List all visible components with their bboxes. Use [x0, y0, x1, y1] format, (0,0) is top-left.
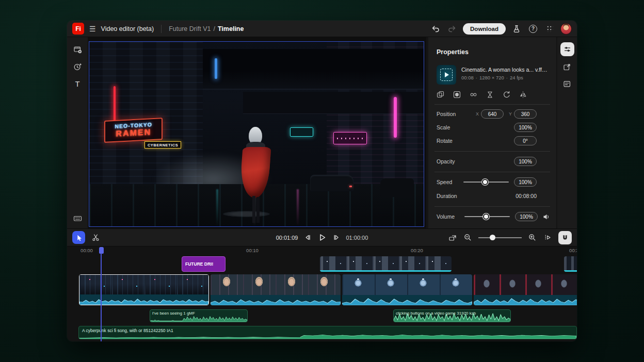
clip-duration: 00:08 — [461, 75, 474, 80]
position-row: Position X 640 Y 360 — [437, 109, 550, 119]
opacity-input[interactable]: 100% — [514, 157, 537, 166]
properties-tab-icon[interactable] — [560, 42, 574, 56]
viewer-area: NEO-TOKYO RAMEN CYBERNETICS — [88, 37, 426, 228]
breadcrumb: Future Drift V1 / Timeline — [169, 25, 244, 32]
preview-car — [380, 178, 414, 197]
position-x-input[interactable]: 640 — [481, 109, 504, 119]
main-area: T — [67, 37, 577, 228]
text-tool-icon[interactable]: T — [72, 78, 83, 89]
duration-row: Duration 00:08:00 — [437, 191, 550, 201]
breadcrumb-project[interactable]: Future Drift V1 — [169, 25, 211, 32]
panel-divider — [434, 206, 550, 207]
previous-frame-icon[interactable] — [303, 233, 313, 242]
right-panel-rail — [557, 37, 577, 228]
rotate-row: Rotate 0° — [437, 136, 550, 146]
volume-slider[interactable] — [464, 213, 510, 220]
undo-icon[interactable] — [430, 23, 441, 35]
topbar-divider — [161, 25, 162, 33]
ruler-tick: 00:20 — [411, 248, 423, 253]
scale-input[interactable]: 100% — [514, 123, 537, 132]
apps-grid-icon[interactable] — [544, 23, 555, 35]
scale-row: Scale 100% — [437, 122, 550, 133]
avatar[interactable] — [560, 23, 572, 35]
beaker-icon[interactable] — [511, 23, 522, 35]
video-clip-waveform — [474, 295, 577, 305]
volume-input[interactable]: 100% — [515, 212, 538, 221]
preview-cybernetics-sign: CYBERNETICS — [144, 141, 181, 149]
speed-input[interactable]: 100% — [514, 177, 537, 187]
music-clip[interactable]: A cyberpunk sci fi song, with or 8512422… — [78, 326, 577, 339]
timeline-zoom-slider[interactable] — [478, 235, 522, 241]
ruler-tick: 00:00 — [81, 248, 93, 253]
speed-slider[interactable] — [463, 179, 509, 185]
opacity-label: Opacity — [437, 158, 455, 164]
generate-clock-icon[interactable] — [72, 61, 83, 72]
sign-ramen: RAMEN — [108, 127, 158, 139]
opacity-row: Opacity 100% — [437, 156, 550, 167]
hourglass-icon[interactable] — [485, 90, 494, 99]
menu-icon[interactable]: ☰ — [89, 25, 96, 32]
zoom-in-icon[interactable] — [527, 233, 537, 242]
help-icon[interactable]: ? — [527, 23, 539, 35]
rotate-icon[interactable] — [502, 90, 511, 99]
redo-icon[interactable] — [446, 23, 458, 35]
preview-caped-figure — [240, 127, 272, 223]
next-frame-icon[interactable] — [332, 233, 342, 242]
title-clip[interactable]: FUTURE DRI! — [182, 256, 226, 272]
loop-icon[interactable] — [469, 90, 478, 99]
export-frame-icon[interactable] — [561, 61, 573, 73]
add-media-icon[interactable] — [72, 44, 83, 55]
select-tool-button[interactable] — [72, 231, 85, 244]
split-tool-button[interactable] — [89, 231, 102, 244]
position-y-input[interactable]: 360 — [514, 109, 537, 119]
snap-playhead-icon[interactable] — [543, 233, 553, 242]
firefly-logo[interactable]: Fi — [72, 23, 84, 35]
video-clip-2[interactable] — [211, 274, 341, 305]
audio-clip-label: clicking buttons on a video game 31920 k… — [396, 311, 508, 316]
current-time: 00:01:09 — [276, 235, 298, 241]
panel-divider — [434, 104, 550, 105]
clip-framerate: 24 fps — [510, 75, 523, 80]
fit-timeline-icon[interactable] — [447, 233, 457, 242]
mask-icon[interactable] — [452, 90, 461, 99]
video-clip-3[interactable] — [342, 274, 472, 305]
clip-name: Cinematic. A woman looks a... v.ffgenvid — [461, 67, 550, 73]
timeline-ruler[interactable]: 00:00 00:10 00:20 00:30 — [78, 246, 577, 255]
app-window: Fi ☰ Video editor (beta) Future Drift V1… — [67, 21, 577, 341]
flip-horizontal-icon[interactable] — [518, 90, 527, 99]
clip-thumbnail — [437, 65, 456, 85]
scale-label: Scale — [437, 124, 450, 130]
snapping-magnet-button[interactable] — [558, 231, 572, 244]
timeline-toolbar: 00:01:09 01:00:00 — [67, 228, 577, 246]
audio-clip-2[interactable]: clicking buttons on a video game 31920 k… — [393, 309, 511, 322]
playhead-line — [101, 253, 102, 341]
timeline-tracks: 00:00 00:10 00:20 00:30 FUTURE DRI! — [78, 246, 577, 341]
overlay-frames-icon[interactable] — [436, 90, 445, 99]
meta-dot: · — [476, 75, 477, 80]
video-clip-1-selected[interactable] — [79, 274, 209, 305]
preview-neon-red — [114, 86, 116, 121]
keyboard-shortcuts-icon[interactable] — [72, 213, 83, 223]
logo-text: Fi — [75, 25, 81, 32]
download-button[interactable]: Download — [463, 23, 506, 35]
play-button[interactable] — [317, 233, 327, 242]
ruler-tick: 00:30 — [569, 248, 577, 253]
video-clip-4[interactable] — [474, 274, 577, 305]
selected-clip-card[interactable]: Cinematic. A woman looks a... v.ffgenvid… — [437, 65, 550, 87]
video-clip-waveform — [211, 295, 341, 305]
overlay-video-clip[interactable] — [320, 256, 452, 272]
video-clip-thumbnails — [79, 275, 208, 294]
rotate-input[interactable]: 0° — [514, 136, 537, 145]
speed-row: Speed 100% — [437, 177, 550, 187]
volume-row: Volume 100% — [437, 211, 550, 222]
properties-panel: Properties Cinematic. A woman looks a...… — [428, 37, 556, 228]
overlay-video-clip-partial[interactable] — [564, 256, 577, 272]
music-clip-label: A cyberpunk sci fi song, with or 8512422… — [82, 328, 173, 333]
timeline-area: 00:00 00:10 00:20 00:30 FUTURE DRI! — [67, 246, 577, 341]
video-preview-canvas[interactable]: NEO-TOKYO RAMEN CYBERNETICS — [89, 41, 424, 227]
preview-car — [310, 175, 353, 191]
audio-clip-1[interactable]: I've been seeing 1 gMF — [150, 309, 248, 322]
captions-panel-icon[interactable] — [561, 78, 573, 90]
zoom-out-icon[interactable] — [463, 233, 473, 242]
speaker-icon[interactable] — [542, 212, 550, 221]
